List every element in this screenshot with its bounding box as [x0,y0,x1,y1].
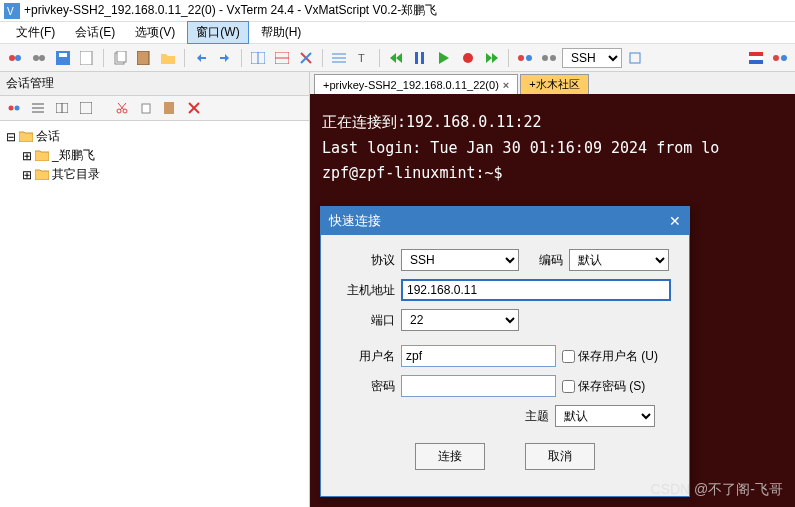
delete-icon[interactable] [184,99,204,117]
record-icon[interactable] [457,47,479,69]
dialog-buttons: 连接 取消 [337,435,673,482]
menu-options[interactable]: 选项(V) [127,22,183,43]
svg-text:T: T [358,52,365,64]
protocol-select[interactable]: SSH [562,48,622,68]
link-icon[interactable] [514,47,536,69]
port-select[interactable]: 22 [401,309,519,331]
separator [508,49,509,67]
password-input[interactable] [401,375,556,397]
username-label: 用户名 [337,348,395,365]
theme-select[interactable]: 默认 [555,405,655,427]
username-input[interactable] [401,345,556,367]
svg-point-3 [15,55,21,61]
menu-list-icon[interactable] [328,47,350,69]
tab-label: +水木社区 [529,77,579,92]
disconnect-icon[interactable] [28,47,50,69]
theme-label: 主题 [525,408,549,425]
svg-point-27 [542,55,548,61]
encoding-select[interactable]: 默认 [569,249,669,271]
app-icon: V [4,3,20,19]
paste-icon[interactable] [133,47,155,69]
redo-icon[interactable] [214,47,236,69]
svg-point-26 [526,55,532,61]
expand-icon[interactable]: ⊞ [22,149,32,163]
svg-rect-48 [164,102,174,114]
password-label: 密码 [337,378,395,395]
save-password-checkbox[interactable]: 保存密码 (S) [562,378,645,395]
undo-icon[interactable] [190,47,212,69]
split-h-icon[interactable] [247,47,269,69]
separator [379,49,380,67]
port-label: 端口 [337,312,395,329]
unlink-icon[interactable] [538,47,560,69]
svg-rect-22 [415,52,418,64]
link-small-icon[interactable] [4,99,24,117]
pause-icon[interactable] [409,47,431,69]
cancel-button[interactable]: 取消 [525,443,595,470]
split-v-icon[interactable] [271,47,293,69]
expand-icon[interactable]: ⊞ [22,168,32,182]
text-icon[interactable]: T [352,47,374,69]
sidebar-tools [0,96,309,121]
svg-point-25 [518,55,524,61]
close-icon[interactable]: ✕ [669,213,681,229]
tab-active[interactable]: +privkey-SSH2_192.168.0.11_22(0) × [314,74,518,94]
tree-node-0[interactable]: ⊞ _郑鹏飞 [6,146,303,165]
list-icon[interactable] [28,99,48,117]
menu-window[interactable]: 窗口(W) [187,21,248,44]
link2-icon[interactable] [769,47,791,69]
host-label: 主机地址 [337,282,395,299]
play-icon[interactable] [433,47,455,69]
host-input[interactable] [401,279,671,301]
connect-button[interactable]: 连接 [415,443,485,470]
tab-extra[interactable]: +水木社区 [520,74,588,94]
window-title: +privkey-SSH2_192.168.0.11_22(0) - VxTer… [24,2,437,19]
protocol-select[interactable]: SSH [401,249,519,271]
props-icon[interactable] [76,99,96,117]
tree-node-label: 其它目录 [52,166,100,183]
svg-rect-10 [117,51,126,62]
close-split-icon[interactable] [295,47,317,69]
paste2-icon[interactable] [160,99,180,117]
folder-icon[interactable] [157,47,179,69]
menu-file[interactable]: 文件(F) [8,22,63,43]
svg-rect-30 [749,52,763,56]
svg-point-4 [33,55,39,61]
tree-node-label: _郑鹏飞 [52,147,95,164]
dialog-titlebar: 快速连接 ✕ [321,207,689,235]
save-username-checkbox[interactable]: 保存用户名 (U) [562,348,658,365]
copy-icon[interactable] [109,47,131,69]
save-icon[interactable] [52,47,74,69]
svg-point-28 [550,55,556,61]
new-icon[interactable] [76,47,98,69]
connect-icon[interactable] [4,47,26,69]
copy2-icon[interactable] [136,99,156,117]
menu-session[interactable]: 会话(E) [67,22,123,43]
tree-node-1[interactable]: ⊞ 其它目录 [6,165,303,184]
tree-root[interactable]: ⊟ 会话 [6,127,303,146]
tabs: +privkey-SSH2_192.168.0.11_22(0) × +水木社区 [310,72,795,94]
flag-icon[interactable] [745,47,767,69]
svg-point-34 [781,55,787,61]
rewind-icon[interactable] [385,47,407,69]
separator [184,49,185,67]
svg-text:V: V [7,6,14,17]
separator [103,49,104,67]
settings-icon[interactable] [624,47,646,69]
forward-icon[interactable] [481,47,503,69]
tab-label: +privkey-SSH2_192.168.0.11_22(0) [323,79,499,91]
sidebar-title: 会话管理 [0,72,309,96]
menu-help[interactable]: 帮助(H) [253,22,310,43]
collapse-icon[interactable]: ⊟ [6,130,16,144]
terminal-line: Last login: Tue Jan 30 01:16:09 2024 fro… [322,139,719,157]
close-icon[interactable]: × [503,79,509,91]
menubar: 文件(F) 会话(E) 选项(V) 窗口(W) 帮助(H) [0,22,795,44]
separator [241,49,242,67]
dialog-title-text: 快速连接 [329,212,381,230]
folder-icon [35,150,49,161]
quick-connect-dialog: 快速连接 ✕ 协议 SSH 编码 默认 主机地址 端口 22 用户名 保存用户名… [320,206,690,497]
encoding-label: 编码 [539,252,563,269]
separator [322,49,323,67]
grid-icon[interactable] [52,99,72,117]
cut-icon[interactable] [112,99,132,117]
